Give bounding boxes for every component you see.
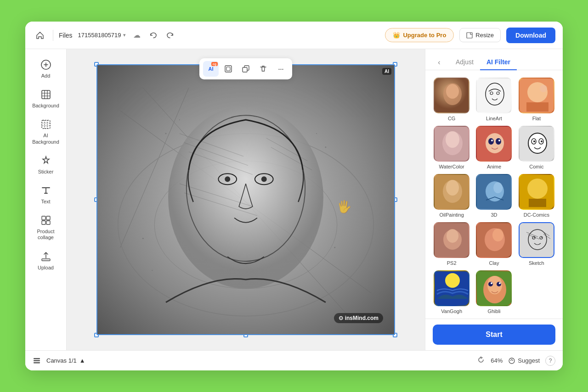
filter-label-3d: 3D bbox=[491, 212, 497, 218]
upgrade-button[interactable]: 👑 Upgrade to Pro bbox=[385, 28, 454, 42]
canvas-delete-button[interactable] bbox=[255, 61, 271, 77]
right-panel: ‹ Adjust AI Filter bbox=[425, 49, 563, 350]
download-button[interactable]: Download bbox=[506, 28, 555, 43]
filter-item-ps2[interactable]: PS2 bbox=[433, 222, 470, 266]
filter-thumb-lineart[interactable] bbox=[476, 78, 512, 113]
filter-item-clay[interactable]: Clay bbox=[475, 222, 513, 266]
svg-point-65 bbox=[491, 140, 493, 141]
filename-selector[interactable]: 1715581805719 ▾ bbox=[78, 32, 126, 39]
canvas-ai-button[interactable]: AI cg bbox=[203, 61, 219, 77]
canvas-frame-button[interactable] bbox=[220, 61, 236, 77]
filter-label-cg: CG bbox=[448, 116, 456, 121]
filter-label-anime: Anime bbox=[487, 164, 501, 169]
svg-point-66 bbox=[498, 140, 500, 141]
canvas-info-label: Canvas 1/1 bbox=[46, 357, 77, 364]
svg-rect-13 bbox=[46, 216, 50, 220]
canvas-copy-button[interactable] bbox=[238, 61, 254, 77]
filter-thumb-comic[interactable] bbox=[519, 126, 554, 162]
filter-item-ghibli[interactable]: Ghibli bbox=[475, 270, 513, 314]
filter-item-3d[interactable]: 3D bbox=[475, 174, 513, 218]
svg-point-42 bbox=[325, 146, 326, 148]
filter-item-flat[interactable]: Flat bbox=[518, 78, 555, 121]
svg-point-111 bbox=[509, 358, 514, 364]
resize-button[interactable]: Resize bbox=[459, 28, 501, 42]
filter-thumb-flat[interactable] bbox=[519, 78, 554, 113]
filter-item-comic[interactable]: Comic bbox=[518, 126, 555, 169]
add-icon bbox=[40, 58, 52, 71]
svg-rect-16 bbox=[42, 259, 50, 261]
filter-thumb-3d[interactable] bbox=[476, 174, 512, 210]
filter-item-watercolor[interactable]: WaterColor bbox=[433, 126, 470, 169]
filter-item-lineart[interactable]: LineArt bbox=[475, 78, 513, 121]
start-button[interactable]: Start bbox=[433, 325, 555, 345]
filter-item-anime[interactable]: Anime bbox=[475, 126, 513, 169]
background-icon bbox=[40, 88, 52, 101]
filter-panel-content: CG LineA bbox=[425, 70, 563, 319]
sticker-icon bbox=[40, 154, 52, 167]
filter-item-vangogh[interactable]: VanGogh bbox=[433, 270, 470, 314]
svg-rect-7 bbox=[42, 120, 50, 129]
sidebar-item-sticker[interactable]: Sticker bbox=[28, 151, 64, 179]
svg-rect-18 bbox=[226, 67, 230, 71]
sidebar-item-ai-background[interactable]: AIBackground bbox=[28, 114, 64, 148]
svg-point-39 bbox=[261, 176, 267, 182]
svg-point-85 bbox=[447, 229, 458, 243]
sidebar-item-background[interactable]: Background bbox=[28, 84, 64, 112]
svg-point-100 bbox=[445, 273, 460, 288]
filter-thumb-dccomics[interactable] bbox=[519, 174, 554, 210]
panel-back-button[interactable]: ‹ bbox=[433, 56, 446, 69]
sidebar-item-text[interactable]: Text bbox=[28, 180, 64, 208]
tab-ai-filter[interactable]: AI Filter bbox=[480, 55, 517, 70]
canvas-more-button[interactable]: ··· bbox=[273, 61, 288, 77]
canvas-info[interactable]: Canvas 1/1 ▲ bbox=[46, 357, 85, 364]
layers-button[interactable] bbox=[33, 357, 41, 365]
files-button[interactable]: Files bbox=[59, 32, 73, 39]
svg-rect-82 bbox=[529, 199, 546, 207]
sidebar-item-product-collage[interactable]: Productcollage bbox=[28, 210, 64, 244]
svg-rect-2 bbox=[42, 90, 50, 99]
filter-item-oilpainting[interactable]: OilPainting bbox=[433, 174, 470, 218]
sidebar-text-label: Text bbox=[41, 199, 50, 205]
suggest-button[interactable]: Suggest bbox=[508, 357, 540, 364]
redo-button[interactable] bbox=[163, 28, 177, 43]
svg-point-105 bbox=[497, 282, 501, 286]
filter-item-sketch[interactable]: Sketch bbox=[518, 222, 555, 266]
filter-thumb-vangogh[interactable] bbox=[434, 270, 469, 306]
filter-thumb-anime[interactable] bbox=[476, 126, 512, 162]
filter-thumb-watercolor[interactable] bbox=[434, 126, 469, 162]
svg-point-45 bbox=[142, 238, 144, 239]
left-sidebar: Add Background bbox=[25, 49, 67, 350]
resize-label: Resize bbox=[475, 32, 494, 39]
help-button[interactable]: ? bbox=[545, 356, 555, 366]
filter-thumb-sketch[interactable] bbox=[519, 222, 554, 258]
sidebar-item-upload[interactable]: Upload bbox=[28, 246, 64, 274]
filter-thumb-ghibli[interactable] bbox=[476, 270, 512, 306]
panel-tabs: ‹ Adjust AI Filter bbox=[425, 49, 563, 70]
svg-rect-109 bbox=[34, 360, 40, 361]
filter-thumb-oilpainting[interactable] bbox=[434, 174, 469, 210]
svg-point-44 bbox=[334, 247, 335, 248]
undo-button[interactable] bbox=[146, 28, 161, 43]
filter-label-ghibli: Ghibli bbox=[487, 308, 500, 314]
product-collage-icon bbox=[40, 214, 52, 227]
svg-point-60 bbox=[446, 131, 459, 148]
sidebar-item-add[interactable]: Add bbox=[28, 55, 64, 83]
sidebar-sticker-label: Sticker bbox=[38, 169, 54, 175]
cloud-save-icon[interactable]: ☁ bbox=[133, 31, 141, 39]
svg-point-46 bbox=[152, 270, 153, 271]
refresh-button[interactable] bbox=[477, 356, 485, 365]
upload-icon bbox=[40, 250, 52, 263]
filter-item-cg[interactable]: CG bbox=[433, 78, 470, 121]
svg-point-43 bbox=[316, 133, 317, 134]
filter-thumb-ps2[interactable] bbox=[434, 222, 469, 258]
filter-label-clay: Clay bbox=[489, 260, 499, 266]
filter-item-dccomics[interactable]: DC-Comics bbox=[518, 174, 555, 218]
filter-label-sketch: Sketch bbox=[529, 260, 544, 266]
filter-thumb-cg[interactable] bbox=[434, 78, 469, 113]
svg-point-64 bbox=[496, 138, 501, 145]
filter-grid: CG LineA bbox=[433, 78, 555, 314]
filter-thumb-clay[interactable] bbox=[476, 222, 512, 258]
home-button[interactable] bbox=[33, 28, 47, 43]
svg-point-106 bbox=[491, 282, 492, 284]
tab-adjust[interactable]: Adjust bbox=[449, 55, 480, 70]
